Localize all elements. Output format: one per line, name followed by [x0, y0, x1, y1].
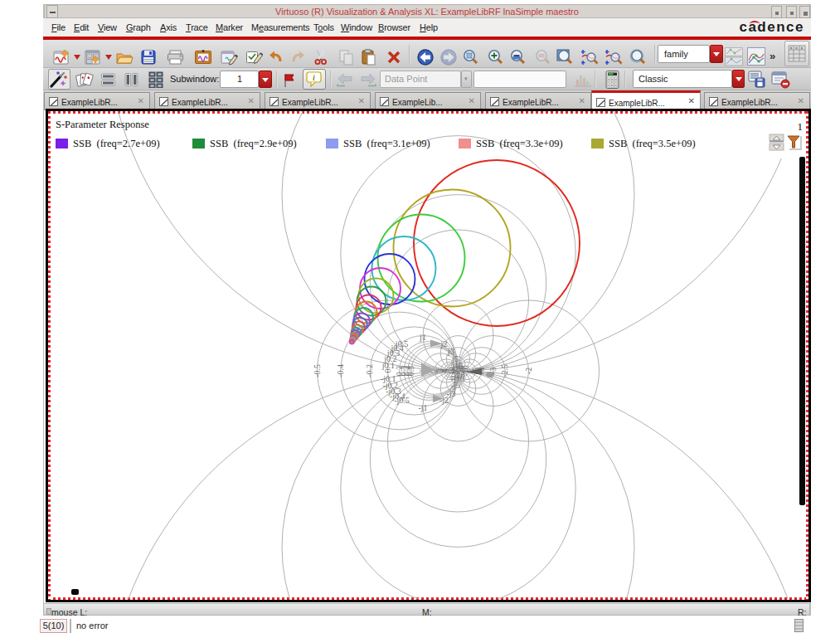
svg-text:i: i: [313, 73, 315, 82]
svg-text:-0.4: -0.4: [336, 364, 345, 377]
svg-text:-j0.5: -j0.5: [394, 396, 410, 405]
svg-text:0.5: 0.5: [406, 366, 415, 377]
svg-text:0: 0: [383, 369, 392, 373]
svg-text:-0.5: -0.5: [313, 364, 322, 377]
svg-text:-2.5: -2.5: [500, 364, 509, 377]
svg-text:j0.5: j0.5: [395, 339, 408, 348]
svg-text:-2: -2: [524, 368, 533, 374]
svg-text:-20: -20: [457, 365, 466, 376]
svg-text:j2: j2: [440, 339, 448, 348]
svg-text:-j1: -j1: [418, 403, 427, 412]
svg-text:j1: j1: [419, 333, 426, 342]
svg-text:-0.2: -0.2: [365, 364, 374, 377]
